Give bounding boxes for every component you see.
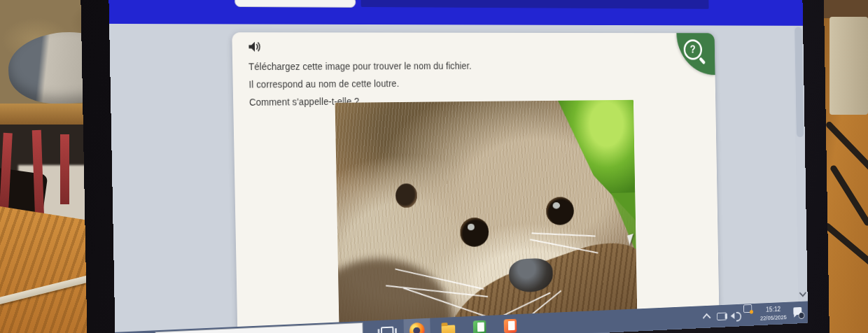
otter-eye-right — [546, 197, 574, 225]
orange-dot — [750, 310, 753, 314]
tray-clock[interactable]: 15:12 22/05/2025 — [755, 304, 791, 323]
dark-cable — [823, 222, 868, 267]
magnifier-question-icon: ? — [683, 39, 702, 59]
chevron-down-icon — [799, 289, 806, 297]
top-window-fragment — [360, 0, 708, 9]
libreoffice-green-doc-icon — [472, 320, 486, 333]
dark-cable — [830, 164, 868, 227]
scrollbar-thumb[interactable] — [794, 27, 804, 137]
otter-eye-left — [460, 218, 489, 247]
taskbar-libreoffice-green-button[interactable] — [466, 316, 493, 333]
taskbar-firefox-button[interactable] — [404, 318, 430, 333]
notification-square-orange-dot-icon[interactable] — [743, 304, 752, 313]
otter-ear — [396, 183, 417, 208]
scroll-down-button[interactable] — [798, 286, 808, 302]
photo-of-laptop-screen: Téléchargez cette image pour trouver le … — [0, 0, 868, 333]
blue-header-band — [108, 0, 803, 26]
tray-date: 22/05/2025 — [755, 313, 791, 322]
volume-icon[interactable] — [731, 311, 735, 317]
top-input-fragment — [234, 0, 356, 8]
taskbar-file-explorer-button[interactable] — [435, 317, 461, 333]
quiz-instruction-1: Téléchargez cette image pour trouver le … — [248, 60, 682, 72]
task-view-button[interactable] — [376, 320, 399, 333]
screen: Téléchargez cette image pour trouver le … — [108, 0, 808, 333]
libreoffice-orange-doc-icon — [503, 319, 517, 333]
action-center-button[interactable] — [793, 306, 804, 320]
quiz-card: Téléchargez cette image pour trouver le … — [232, 32, 719, 333]
task-view-icon — [381, 326, 393, 333]
action-center-badge — [799, 312, 805, 319]
dark-cable — [825, 120, 868, 173]
chevron-up-icon[interactable] — [703, 313, 711, 323]
speaker-icon[interactable] — [248, 41, 261, 53]
help-badge[interactable]: ? — [676, 33, 715, 75]
start-button[interactable] — [125, 330, 153, 333]
file-explorer-icon — [442, 325, 456, 333]
otter-photo[interactable] — [335, 100, 638, 333]
firefox-icon — [410, 322, 425, 333]
quiz-instruction-2: Il correspond au nom de cette loutre. — [248, 76, 682, 90]
whisker — [532, 233, 596, 236]
red-table-leg — [60, 134, 69, 204]
taskbar-libreoffice-orange-button[interactable] — [497, 314, 523, 333]
tan-object — [830, 17, 868, 115]
